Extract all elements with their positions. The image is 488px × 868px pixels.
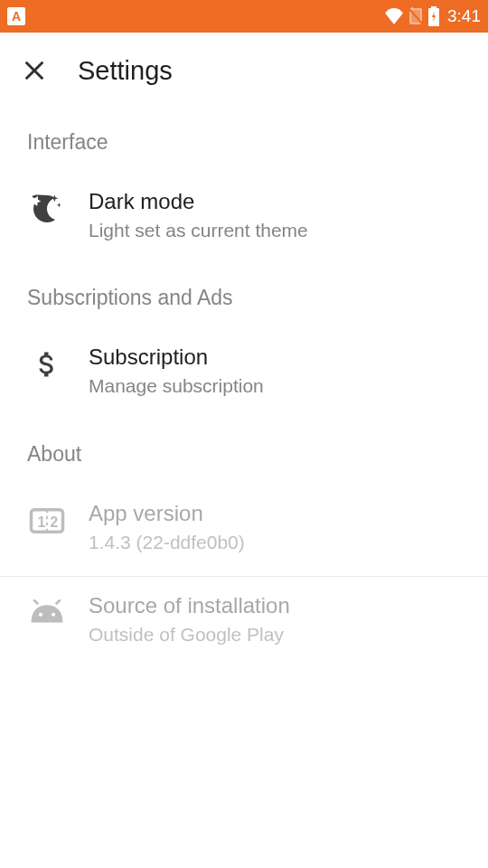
version-icon: 1 2 — [27, 501, 67, 541]
battery-charging-icon — [427, 6, 440, 26]
close-button[interactable] — [18, 54, 51, 87]
setting-subscription[interactable]: Subscription Manage subscription — [27, 328, 461, 420]
status-right: 3:41 — [384, 6, 481, 26]
setting-title: Subscription — [89, 344, 461, 370]
no-sim-icon — [408, 7, 424, 25]
moon-icon — [27, 189, 67, 229]
svg-rect-3 — [431, 6, 436, 8]
status-bar: A 3:41 — [0, 0, 488, 33]
setting-title: Source of installation — [89, 593, 461, 618]
svg-point-10 — [39, 613, 42, 617]
android-icon — [27, 593, 67, 633]
app-bar: Settings — [0, 33, 488, 108]
setting-title: App version — [89, 501, 461, 526]
svg-text:1: 1 — [38, 514, 46, 530]
page-title: Settings — [78, 56, 173, 86]
setting-dark-mode[interactable]: Dark mode Light set as current theme — [27, 173, 461, 264]
setting-app-version: 1 2 App version 1.4.3 (22-ddfe0b0) — [27, 485, 461, 576]
section-header-about: About — [27, 420, 461, 485]
setting-text: Subscription Manage subscription — [89, 344, 461, 398]
setting-subtitle: Outside of Google Play — [89, 622, 461, 646]
setting-title: Dark mode — [89, 189, 461, 214]
setting-subtitle: Manage subscription — [89, 373, 461, 398]
settings-content: Interface Dark mode Light set as current… — [0, 108, 488, 668]
close-icon — [22, 58, 47, 83]
section-header-subscriptions: Subscriptions and Ads — [27, 264, 461, 328]
svg-text:2: 2 — [51, 514, 59, 530]
setting-subtitle: 1.4.3 (22-ddfe0b0) — [89, 530, 461, 554]
status-left: A — [7, 7, 25, 25]
setting-text: Source of installation Outside of Google… — [89, 593, 461, 646]
status-time: 3:41 — [447, 6, 481, 26]
dollar-icon — [27, 344, 67, 384]
setting-subtitle: Light set as current theme — [89, 218, 461, 242]
section-header-interface: Interface — [27, 108, 461, 173]
setting-text: Dark mode Light set as current theme — [89, 189, 461, 242]
setting-text: App version 1.4.3 (22-ddfe0b0) — [89, 501, 461, 554]
setting-install-source: Source of installation Outside of Google… — [27, 577, 461, 668]
wifi-icon — [384, 8, 404, 24]
app-indicator-icon: A — [7, 7, 25, 25]
svg-point-11 — [52, 613, 55, 617]
